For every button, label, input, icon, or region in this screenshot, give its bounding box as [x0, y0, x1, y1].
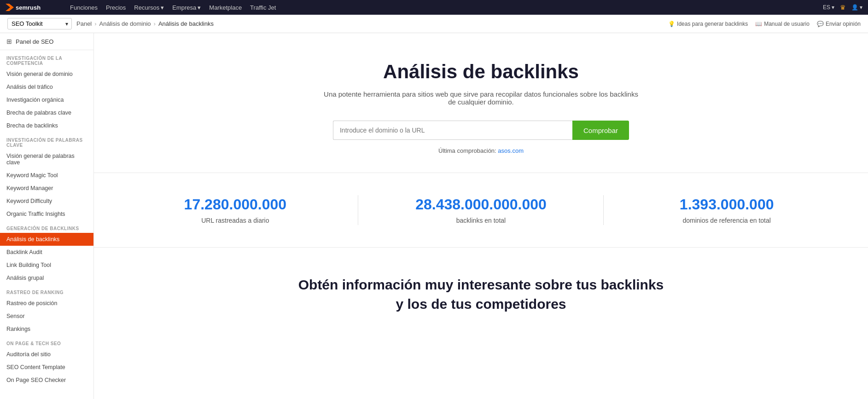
sidebar-item-vision-general-palabras-clave[interactable]: Visión general de palabras clave — [0, 150, 93, 169]
logo[interactable]: semrush — [6, 3, 56, 12]
search-bar: Comprobar — [112, 121, 850, 140]
feedback-link[interactable]: 💬 Enviar opinión — [817, 21, 861, 27]
hero-section: Análisis de backlinks Una potente herram… — [94, 33, 868, 173]
sidebar-item-analisis-trafico[interactable]: Análisis del tráfico — [0, 81, 93, 93]
ideas-link[interactable]: 💡 Ideas para generar backlinks — [668, 21, 748, 27]
chevron-down-icon: ▾ — [161, 4, 164, 11]
sidebar-item-keyword-difficulty[interactable]: Keyword Difficulty — [0, 195, 93, 208]
user-icon: 👤 — [851, 4, 858, 11]
manual-link[interactable]: 📖 Manual de usuario — [755, 21, 810, 27]
sidebar: ⊞ Panel de SEO INVESTIGACIÓN DE LA COMPE… — [0, 33, 94, 399]
sidebar-item-analisis-backlinks[interactable]: Análisis de backlinks — [0, 233, 93, 246]
breadcrumb-actions: 💡 Ideas para generar backlinks 📖 Manual … — [668, 21, 861, 27]
stat-domains-label: dominios de referencia en total — [613, 217, 840, 224]
stat-backlinks-number: 28.438.000.000.000 — [367, 196, 595, 213]
sidebar-section-title-4: ON PAGE & TECH SEO — [0, 335, 93, 348]
domain-search-input[interactable] — [333, 121, 572, 140]
sidebar-item-auditoria-sitio[interactable]: Auditoría del sitio — [0, 348, 93, 361]
sidebar-section-title-2: GENERACIÓN DE BACKLINKS — [0, 220, 93, 233]
sidebar-item-rankings[interactable]: Rankings — [0, 323, 93, 335]
sidebar-item-seo-content-template[interactable]: SEO Content Template — [0, 361, 93, 374]
sidebar-item-on-page-seo-checker[interactable]: On Page SEO Checker — [0, 374, 93, 387]
main-layout: ⊞ Panel de SEO INVESTIGACIÓN DE LA COMPE… — [0, 33, 868, 399]
chevron-down-icon: ▾ — [832, 4, 834, 11]
breadcrumb-separator: › — [154, 20, 156, 27]
chevron-down-icon: ▾ — [860, 4, 862, 11]
stat-backlinks-label: backlinks en total — [367, 217, 595, 224]
toolkit-select-input[interactable]: SEO Toolkit — [7, 18, 72, 29]
stat-urls-label: URL rastreadas a diario — [122, 217, 349, 224]
stat-backlinks: 28.438.000.000.000 backlinks en total — [358, 191, 604, 229]
sidebar-item-link-building-tool[interactable]: Link Building Tool — [0, 259, 93, 272]
search-button[interactable]: Comprobar — [572, 121, 629, 140]
crown-icon: ♛ — [840, 4, 846, 11]
sidebar-section-title-1: INVESTIGACIÓN DE PALABRAS CLAVE — [0, 132, 93, 150]
main-content: Análisis de backlinks Una potente herram… — [94, 33, 868, 399]
book-icon: 📖 — [755, 21, 762, 27]
breadcrumb-home[interactable]: Panel — [76, 20, 92, 27]
sidebar-section-title-3: RASTREO DE RANKING — [0, 284, 93, 297]
panel-label: Panel de SEO — [16, 38, 53, 45]
stat-domains: 1.393.000.000 dominios de referencia en … — [604, 191, 850, 229]
sidebar-item-rastreo-posicion[interactable]: Rastreo de posición — [0, 297, 93, 310]
stat-urls: 17.280.000.000 URL rastreadas a diario — [112, 191, 358, 229]
nav-precios[interactable]: Precios — [106, 4, 126, 11]
sidebar-item-keyword-manager[interactable]: Keyword Manager — [0, 182, 93, 195]
top-navigation: semrush Funciones Precios Recursos ▾ Emp… — [0, 0, 868, 15]
sidebar-item-brecha-palabras-clave[interactable]: Brecha de palabras clave — [0, 106, 93, 119]
breadcrumb-separator: › — [94, 20, 96, 27]
sidebar-item-organic-traffic-insights[interactable]: Organic Traffic Insights — [0, 208, 93, 220]
breadcrumb-current: Análisis de backlinks — [158, 20, 214, 27]
language-selector[interactable]: ES ▾ — [823, 4, 834, 11]
sidebar-panel-header[interactable]: ⊞ Panel de SEO — [0, 33, 93, 50]
nav-right: ES ▾ ♛ 👤 ▾ — [823, 4, 862, 11]
bulb-icon: 💡 — [668, 21, 675, 27]
breadcrumb: Panel › Análisis de dominio › Análisis d… — [76, 20, 861, 27]
breadcrumb-section[interactable]: Análisis de dominio — [99, 20, 151, 27]
hero-subtitle: Una potente herramienta para sitios web … — [320, 90, 642, 106]
stat-urls-number: 17.280.000.000 — [122, 196, 349, 213]
stats-section: 17.280.000.000 URL rastreadas a diario 2… — [94, 173, 868, 248]
user-menu[interactable]: 👤 ▾ — [851, 4, 862, 11]
sidebar-item-backlink-audit[interactable]: Backlink Audit — [0, 246, 93, 259]
grid-icon: ⊞ — [6, 38, 12, 45]
last-check-link[interactable]: asos.com — [498, 147, 524, 154]
sidebar-item-analisis-grupal[interactable]: Análisis grupal — [0, 272, 93, 284]
sidebar-item-keyword-magic-tool[interactable]: Keyword Magic Tool — [0, 169, 93, 182]
nav-marketplace[interactable]: Marketplace — [209, 4, 242, 11]
svg-marker-0 — [6, 4, 14, 11]
sidebar-item-sensor[interactable]: Sensor — [0, 310, 93, 323]
nav-links: Funciones Precios Recursos ▾ Empresa ▾ M… — [70, 4, 814, 11]
sidebar-section-title-0: INVESTIGACIÓN DE LA COMPETENCIA — [0, 50, 93, 68]
sidebar-item-vision-general-dominio[interactable]: Visión general de dominio — [0, 68, 93, 81]
chat-icon: 💬 — [817, 21, 824, 27]
bottom-section: Obtén información muy interesante sobre … — [94, 248, 868, 332]
nav-funciones[interactable]: Funciones — [70, 4, 98, 11]
toolbar: SEO Toolkit Panel › Análisis de dominio … — [0, 15, 868, 33]
chevron-down-icon: ▾ — [198, 4, 201, 11]
svg-text:semrush: semrush — [16, 4, 41, 11]
nav-trafficjet[interactable]: Traffic Jet — [250, 4, 276, 11]
semrush-logo-icon: semrush — [6, 3, 56, 12]
toolkit-selector[interactable]: SEO Toolkit — [7, 18, 72, 29]
bottom-title: Obtén información muy interesante sobre … — [112, 275, 850, 314]
last-check: Última comprobación: asos.com — [112, 147, 850, 154]
hero-title: Análisis de backlinks — [112, 61, 850, 83]
stat-domains-number: 1.393.000.000 — [613, 196, 840, 213]
nav-empresa[interactable]: Empresa ▾ — [172, 4, 201, 11]
sidebar-item-brecha-backlinks[interactable]: Brecha de backlinks — [0, 119, 93, 132]
sidebar-item-investigacion-organica[interactable]: Investigación orgánica — [0, 93, 93, 106]
nav-recursos[interactable]: Recursos ▾ — [134, 4, 164, 11]
